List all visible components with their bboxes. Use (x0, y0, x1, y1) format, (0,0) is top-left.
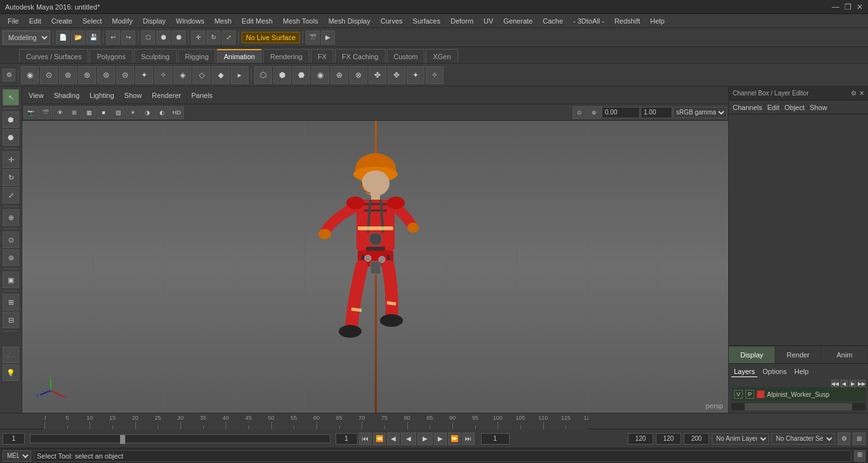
vp-film-btn[interactable]: 🎬 (38, 106, 52, 119)
shelf-icon-17[interactable]: ⊕ (330, 66, 348, 84)
new-file-btn[interactable]: 📄 (56, 31, 70, 45)
menu-item-select[interactable]: Select (78, 16, 107, 26)
gamma-select[interactable]: sRGB gamma (673, 107, 727, 118)
show-menu[interactable]: Show (121, 90, 146, 100)
show-manipulator[interactable]: ⊕ (3, 209, 19, 226)
range-start-input[interactable] (336, 433, 358, 445)
menu-item-mesh[interactable]: Mesh (209, 16, 236, 26)
view-menu[interactable]: View (25, 90, 48, 100)
vp-xray-btn[interactable]: ⊚ (587, 106, 601, 119)
shelf-tab-animation[interactable]: Animation (217, 49, 262, 63)
go-end-btn[interactable]: ⏭ (462, 432, 475, 445)
open-file-btn[interactable]: 📂 (71, 31, 85, 45)
menu-item-surfaces[interactable]: Surfaces (408, 16, 445, 26)
select-tool[interactable]: ↖ (3, 89, 19, 106)
select-tool-btn[interactable]: ⬡ (141, 31, 155, 45)
status-input[interactable] (34, 450, 851, 462)
layer-scroll-right2[interactable]: ▶▶ (858, 380, 865, 387)
region-select[interactable]: ▣ (3, 272, 19, 288)
anim-end-input2[interactable] (684, 433, 709, 445)
range-slider-thumb[interactable] (120, 435, 125, 444)
menu-item-file[interactable]: File (3, 16, 24, 26)
shelf-icon-11[interactable]: ◆ (212, 66, 229, 84)
menu-item-cache[interactable]: Cache (538, 16, 568, 26)
rotate-tool-btn[interactable]: ↻ (207, 31, 220, 45)
shelf-icon-8[interactable]: ✧ (154, 66, 172, 84)
range-slider[interactable] (30, 434, 330, 443)
step-back-btn[interactable]: ⏪ (373, 432, 386, 445)
shelf-icon-22[interactable]: ✧ (426, 66, 444, 84)
anim-end-input1[interactable] (656, 433, 681, 445)
snap-to-curve[interactable]: ⊟ (3, 312, 19, 328)
shelf-icon-18[interactable]: ⊗ (349, 66, 367, 84)
layer-color-swatch[interactable] (757, 390, 764, 398)
menu-item-generate[interactable]: Generate (498, 16, 538, 26)
vp-light-btn[interactable]: ☀ (126, 106, 140, 119)
soft-mod[interactable]: ⊙ (3, 232, 19, 248)
shelf-icon-21[interactable]: ✦ (407, 66, 424, 84)
viewport-canvas[interactable]: x y z persp (22, 121, 728, 413)
vp-camera-btn[interactable]: 📷 (24, 106, 37, 119)
play-back-btn[interactable]: ◀ (401, 432, 416, 445)
menu-item-help[interactable]: Help (645, 16, 670, 26)
script-editor-btn[interactable]: ⊞ (854, 450, 865, 462)
shelf-tab-rendering[interactable]: Rendering (263, 49, 309, 63)
menu-item-curves[interactable]: Curves (376, 16, 408, 26)
scale-tool[interactable]: ⤢ (3, 187, 19, 204)
channels-nav[interactable]: Channels (733, 104, 762, 111)
shelf-icon-19[interactable]: ✤ (369, 66, 386, 84)
shelf-tab-rigging[interactable]: Rigging (178, 49, 215, 63)
help-tab[interactable]: Help (792, 366, 811, 377)
layer-playback-btn[interactable]: P (745, 390, 754, 399)
shelf-tab-sculpting[interactable]: Sculpting (134, 49, 177, 63)
minimize-button[interactable]: — (832, 3, 839, 11)
play-btn[interactable]: ▶ (417, 432, 433, 445)
vp-texture-btn[interactable]: ▧ (111, 106, 125, 119)
step-fwd-btn[interactable]: ⏩ (448, 432, 461, 445)
save-btn[interactable]: 💾 (86, 31, 100, 45)
rotate-tool[interactable]: ↻ (3, 169, 19, 186)
shelf-tab-xgen[interactable]: XGen (426, 49, 458, 63)
layer-scroll-left[interactable]: ◀◀ (831, 380, 839, 387)
char-set-dropdown[interactable]: No Character Set (771, 433, 835, 445)
shelf-icon-7[interactable]: ✦ (135, 66, 153, 84)
menu-item---3dtoall--[interactable]: - 3DtoAll - (568, 16, 609, 26)
render-tab[interactable]: Render (775, 347, 822, 363)
object-nav[interactable]: Object (784, 104, 804, 111)
shading-menu[interactable]: Shading (50, 90, 83, 100)
vp-wireframe-btn[interactable]: ▦ (82, 106, 96, 119)
next-frame-btn[interactable]: ▶ (434, 432, 447, 445)
paint-tool-btn[interactable]: ⬣ (172, 31, 186, 45)
playback-frame-input[interactable] (481, 433, 510, 445)
vp-eye-btn[interactable]: 👁 (53, 106, 67, 119)
shelf-icon-2[interactable]: ⊙ (40, 66, 58, 84)
shelf-icon-16[interactable]: ◉ (311, 66, 329, 84)
menu-item-edit[interactable]: Edit (24, 16, 46, 26)
vp-isolate-btn[interactable]: ⊙ (573, 106, 587, 119)
shelf-tab-polygons[interactable]: Polygons (90, 49, 132, 63)
vp-shadow-btn[interactable]: ◑ (140, 106, 154, 119)
maximize-button[interactable]: ❐ (844, 3, 851, 11)
shelf-icon-20[interactable]: ✥ (388, 66, 405, 84)
snap-to-grid[interactable]: ⊞ (3, 294, 19, 310)
menu-item-mesh-tools[interactable]: Mesh Tools (278, 16, 323, 26)
shelf-icon-3[interactable]: ⊚ (59, 66, 77, 84)
layer-scrollbar-thumb[interactable] (745, 403, 852, 410)
camera-tool[interactable]: 🎥 (3, 347, 19, 363)
shelf-tab-fx[interactable]: FX (311, 49, 334, 63)
char-set-extra[interactable]: ⊞ (853, 432, 865, 445)
prev-frame-btn[interactable]: ◀ (387, 432, 400, 445)
edit-nav[interactable]: Edit (767, 104, 779, 111)
shelf-icon-1[interactable]: ◉ (21, 66, 39, 84)
lasso-tool-btn[interactable]: ⬢ (156, 31, 170, 45)
render-settings-btn[interactable]: 🎬 (306, 31, 320, 45)
shelf-icon-6[interactable]: ⊝ (116, 66, 134, 84)
anim-tab[interactable]: Anim (822, 347, 868, 363)
paint-select[interactable]: ⬣ (3, 129, 19, 146)
lasso-select[interactable]: ⬢ (3, 111, 19, 128)
right-panel-close[interactable]: ✕ (859, 90, 864, 97)
layers-tab[interactable]: Layers (731, 366, 757, 377)
shelf-tab-curves[interactable]: Curves / Surfaces (19, 49, 88, 63)
renderer-menu[interactable]: Renderer (148, 90, 185, 100)
move-tool-btn[interactable]: ✛ (191, 31, 205, 45)
